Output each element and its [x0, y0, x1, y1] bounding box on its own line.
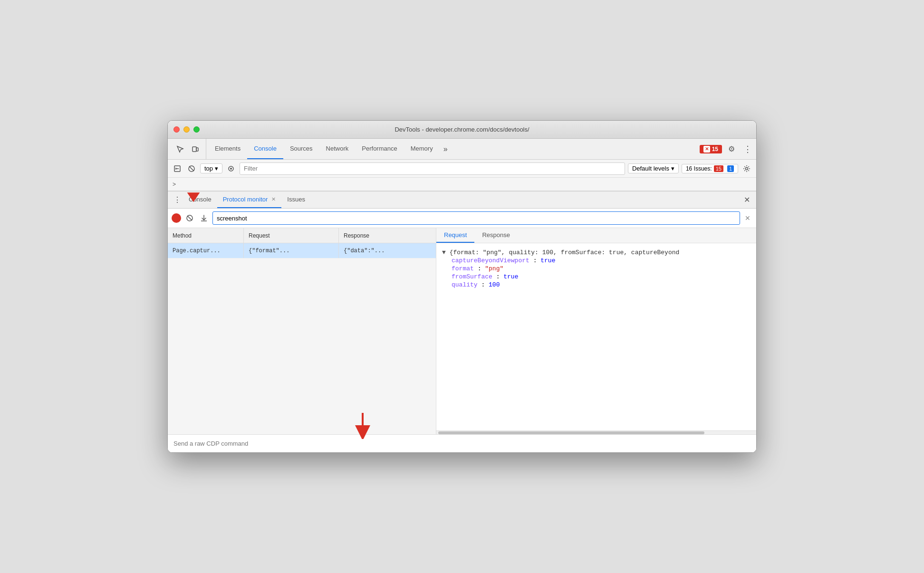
- tab-sources[interactable]: Sources: [283, 139, 319, 159]
- panel-more-options[interactable]: ⋮: [172, 194, 183, 206]
- breadcrumb-bar: >: [168, 178, 756, 191]
- traffic-lights: [173, 126, 200, 133]
- browser-window: DevTools - developer.chrome.com/docs/dev…: [167, 120, 757, 453]
- json-summary-line[interactable]: ▼ {format: "png", quality: 100, fromSurf…: [442, 249, 751, 256]
- error-issues-count: 15: [714, 165, 723, 172]
- json-key-2: fromSurface: [452, 273, 492, 280]
- clear-protocol-button[interactable]: [184, 212, 195, 224]
- table-left-panel: Method Request Response Page.captur... {…: [168, 228, 436, 434]
- right-tab-response[interactable]: Response: [474, 228, 518, 243]
- json-field-1: format : "png": [452, 265, 751, 272]
- window-title: DevTools - developer.chrome.com/docs/dev…: [395, 126, 529, 133]
- inspect-element-button[interactable]: [173, 143, 187, 156]
- close-protocol-monitor-tab[interactable]: ✕: [271, 196, 276, 202]
- title-bar: DevTools - developer.chrome.com/docs/dev…: [168, 121, 756, 139]
- close-drawer-button[interactable]: ✕: [741, 194, 752, 206]
- cell-response: {"data":"...: [339, 243, 436, 258]
- top-tab-bar: Elements Console Sources Network Perform…: [168, 139, 756, 160]
- json-key-3: quality: [452, 281, 478, 288]
- json-field-3: quality : 100: [452, 281, 751, 288]
- svg-point-8: [230, 168, 232, 170]
- devtools-panel: Elements Console Sources Network Perform…: [168, 139, 756, 452]
- json-key-0: captureBeyondViewport: [452, 257, 529, 264]
- console-toolbar: top ▾ Default levels ▾ 16 Issues: 15 1: [168, 160, 756, 178]
- svg-line-6: [189, 166, 194, 171]
- search-input[interactable]: [212, 211, 740, 225]
- protocol-monitor-content: ✕ Method Request Response Page.captur.: [168, 209, 756, 452]
- info-issues-count: 1: [727, 165, 734, 172]
- json-fields: captureBeyondViewport : true format : "p…: [442, 257, 751, 288]
- more-tabs-button[interactable]: »: [440, 145, 452, 153]
- download-button[interactable]: [198, 212, 210, 224]
- record-button[interactable]: [172, 213, 181, 223]
- panel-tab-console[interactable]: Console: [183, 191, 217, 208]
- issues-count-badge[interactable]: 16 Issues: 15 1: [682, 164, 738, 173]
- more-options-button[interactable]: [741, 143, 754, 156]
- json-summary-text: {format: "png", quality: 100, fromSurfac…: [450, 249, 680, 256]
- table-header: Method Request Response: [168, 228, 436, 243]
- error-count-badge[interactable]: ✕ 15: [700, 145, 722, 153]
- error-icon: ✕: [703, 146, 710, 153]
- tab-memory[interactable]: Memory: [404, 139, 440, 159]
- method-column-header: Method: [168, 228, 244, 243]
- context-selector[interactable]: top ▾: [200, 163, 222, 173]
- cell-request: {"format"...: [244, 243, 339, 258]
- console-settings-button[interactable]: [741, 163, 752, 174]
- right-tab-request[interactable]: Request: [436, 228, 474, 243]
- svg-rect-1: [196, 148, 198, 151]
- bottom-panel: ⋮ Console Protocol monitor ✕ Issues ✕: [168, 191, 756, 452]
- data-table: Method Request Response Page.captur... {…: [168, 228, 756, 434]
- minimize-button[interactable]: [183, 126, 190, 133]
- tab-network[interactable]: Network: [319, 139, 356, 159]
- tab-right-actions: ✕ 15: [700, 143, 754, 156]
- breadcrumb-chevron[interactable]: >: [173, 181, 176, 188]
- right-panel-content: ▼ {format: "png", quality: 100, fromSurf…: [436, 243, 756, 430]
- right-panel-tabs: Request Response: [436, 228, 756, 243]
- device-toolbar-button[interactable]: [189, 143, 202, 156]
- json-value-0: true: [540, 257, 555, 264]
- settings-button[interactable]: [725, 143, 738, 156]
- json-value-1: "png": [485, 265, 503, 272]
- tab-elements[interactable]: Elements: [208, 139, 247, 159]
- table-body: Page.captur... {"format"... {"data":"...: [168, 243, 436, 434]
- clear-console-button[interactable]: [186, 163, 197, 174]
- json-value-3: 100: [489, 281, 500, 288]
- tab-performance[interactable]: Performance: [355, 139, 404, 159]
- maximize-button[interactable]: [193, 126, 200, 133]
- bottom-input-bar: [168, 434, 756, 452]
- expand-triangle[interactable]: ▼: [442, 249, 450, 256]
- json-field-0: captureBeyondViewport : true: [452, 257, 751, 264]
- cell-method: Page.captur...: [168, 243, 244, 258]
- panel-tabs: ⋮ Console Protocol monitor ✕ Issues ✕: [168, 191, 756, 209]
- devtools-icons: [170, 139, 206, 159]
- svg-rect-0: [192, 147, 196, 152]
- svg-line-12: [187, 216, 192, 220]
- svg-point-9: [746, 167, 748, 170]
- request-column-header: Request: [244, 228, 339, 243]
- json-field-2: fromSurface : true: [452, 273, 751, 280]
- close-button[interactable]: [173, 126, 180, 133]
- show-live-expressions-button[interactable]: [225, 163, 237, 174]
- cdp-command-input[interactable]: [173, 440, 751, 447]
- log-levels-selector[interactable]: Default levels ▾: [628, 163, 679, 173]
- table-right-panel: Request Response ▼ {format: "png", quali…: [436, 228, 756, 434]
- json-key-1: format: [452, 265, 474, 272]
- search-bar: ✕: [168, 209, 756, 228]
- panel-tab-protocol-monitor[interactable]: Protocol monitor ✕: [217, 191, 282, 208]
- clear-search-button[interactable]: ✕: [743, 213, 752, 223]
- response-column-header: Response: [339, 228, 436, 243]
- horizontal-scrollbar: [436, 430, 756, 434]
- filter-input[interactable]: [240, 162, 625, 175]
- json-value-2: true: [503, 273, 518, 280]
- panel-tab-issues[interactable]: Issues: [281, 191, 311, 208]
- execute-script-button[interactable]: [172, 163, 183, 174]
- tab-console[interactable]: Console: [247, 139, 283, 159]
- table-row[interactable]: Page.captur... {"format"... {"data":"...: [168, 243, 436, 258]
